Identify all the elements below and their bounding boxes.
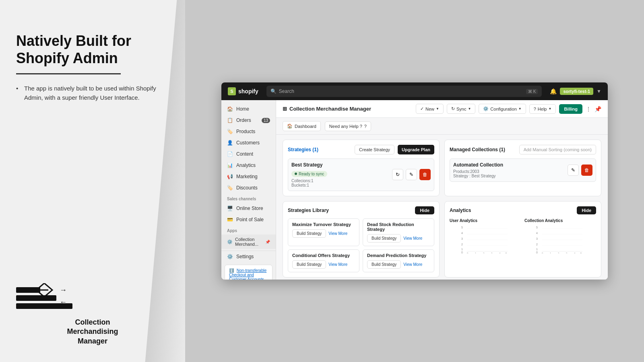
sidebar-home-label: Home — [236, 106, 249, 112]
view-more-button-3[interactable]: View More — [403, 262, 422, 267]
sidebar-item-home[interactable]: 🏠 Home — [221, 103, 276, 115]
build-strategy-button-1[interactable]: Build Strategy — [367, 234, 401, 243]
dashboard-button[interactable]: 🏠 Dashboard — [283, 121, 321, 131]
new-button[interactable]: ✓ New ▼ — [416, 104, 444, 114]
svg-text:1: 1 — [475, 252, 477, 253]
sidebar-analytics-label: Analytics — [236, 162, 256, 168]
svg-text:4: 4 — [536, 232, 538, 234]
sidebar-settings[interactable]: ⚙️ Settings — [221, 251, 276, 262]
header-more-icon[interactable]: ⋮ — [586, 106, 591, 112]
shopify-logo-text: shopify — [238, 88, 258, 95]
lib-strategy-actions-0: Build Strategy View More — [292, 229, 355, 238]
status-badge: Ready to sync — [291, 171, 327, 177]
strategy-sync-button[interactable]: ↻ — [392, 169, 403, 180]
lib-strategy-actions-2: Build Strategy View More — [292, 260, 355, 269]
library-hide-button[interactable]: Hide — [415, 206, 434, 214]
sales-channels-section: Sales channels — [221, 193, 276, 203]
collection-info: Automated Collection Products:2003 Strat… — [453, 162, 503, 178]
billing-button[interactable]: Billing — [559, 104, 582, 114]
analytics-hide-button[interactable]: Hide — [577, 206, 596, 214]
strategies-actions: Create Strategy Upgrade Plan — [355, 145, 434, 154]
collection-item: Automated Collection Products:2003 Strat… — [450, 158, 596, 182]
nav-more-icon[interactable]: ▼ — [597, 88, 601, 94]
config-icon: ⚙️ — [483, 106, 489, 111]
create-strategy-button[interactable]: Create Strategy — [355, 145, 394, 154]
sync-button[interactable]: ↻ Sync ▼ — [447, 104, 475, 114]
add-manual-sorting-button[interactable]: Add Manual Sorting (coming soon) — [519, 145, 596, 154]
svg-text:5: 5 — [536, 226, 538, 229]
svg-text:0: 0 — [467, 252, 469, 253]
build-strategy-button-3[interactable]: Build Strategy — [367, 260, 401, 269]
sync-icon: ↻ — [451, 106, 455, 111]
svg-text:0: 0 — [536, 251, 538, 253]
view-more-button-2[interactable]: View More — [328, 262, 347, 267]
strategy-action-btns: ↻ ✎ 🗑 — [392, 169, 431, 180]
discounts-icon: 🏷️ — [227, 185, 233, 191]
sidebar-item-collection-app[interactable]: ⚙️ Collection Merchand... 📌 — [221, 234, 276, 249]
settings-icon: ⚙️ — [227, 254, 233, 259]
strategies-title-link[interactable]: Strategies (1) — [288, 147, 318, 152]
lib-strategy-name-3: Demand Prediction Strategy — [367, 253, 430, 258]
shopify-window: S shopify 🔍 Search ⌘ K 🔔 sortyfi-test-1 … — [221, 82, 608, 280]
config-label: Configuration — [490, 107, 516, 111]
status-dot — [295, 173, 297, 175]
upgrade-plan-button[interactable]: Upgrade Plan — [398, 145, 434, 154]
svg-text:2: 2 — [483, 252, 485, 253]
library-item-2: Conditional Offers Strategy Build Strate… — [288, 249, 359, 272]
main-content: ⊞ Collection Merchandise Manager ✓ New ▼… — [276, 100, 608, 280]
shopify-nav: S shopify 🔍 Search ⌘ K 🔔 sortyfi-test-1 … — [221, 82, 608, 100]
sidebar-orders-label: Orders — [236, 117, 251, 123]
marketing-icon: 📢 — [227, 174, 233, 179]
strategies-header: Strategies (1) Create Strategy Upgrade P… — [288, 145, 434, 154]
user-badge: sortyfi-test-1 — [560, 88, 593, 95]
bell-icon[interactable]: 🔔 — [550, 88, 557, 95]
sidebar-item-discounts[interactable]: 🏷️ Discounts — [221, 182, 276, 193]
sidebar-discounts-label: Discounts — [236, 185, 258, 191]
collection-analytics-section: Collection Analytics 5 4 3 2 1 — [524, 218, 596, 253]
collection-delete-button[interactable]: 🗑 — [581, 165, 592, 176]
header-pin-icon: 📌 — [594, 106, 601, 112]
svg-text:5: 5 — [580, 252, 582, 253]
collection-edit-button[interactable]: ✎ — [568, 165, 579, 176]
nav-right: 🔔 sortyfi-test-1 ▼ — [550, 88, 601, 95]
collection-action-btns: ✎ 🗑 — [568, 165, 592, 176]
strategies-title: Strategies (1) — [288, 147, 318, 152]
search-bar[interactable]: 🔍 Search ⌘ K — [266, 86, 542, 97]
sidebar-item-customers[interactable]: 👤 Customers — [221, 137, 276, 148]
help-icon: ? — [534, 107, 536, 111]
notif-link[interactable]: Non-transferable Checkout and Customer A… — [229, 268, 266, 280]
view-more-button-1[interactable]: View More — [403, 236, 422, 241]
sidebar-item-content[interactable]: 📄 Content — [221, 148, 276, 160]
need-help-button[interactable]: Need any Help ? ? — [325, 121, 371, 131]
sidebar-item-analytics[interactable]: 📊 Analytics — [221, 160, 276, 171]
svg-text:0: 0 — [542, 252, 543, 253]
sidebar-item-online-store[interactable]: 🖥️ Online Store — [221, 203, 276, 214]
configuration-button[interactable]: ⚙️ Configuration ▼ — [479, 104, 526, 114]
help-button[interactable]: ? Help ▼ — [529, 104, 556, 114]
collections-panel: Managed Collections (1) Add Manual Sorti… — [444, 140, 601, 196]
sidebar-item-orders[interactable]: 📋 Orders 13 — [221, 115, 276, 126]
strategy-grid: Maximize Turnover Strategy Build Strateg… — [288, 218, 434, 272]
strategy-delete-button[interactable]: 🗑 — [419, 169, 431, 180]
library-item-0: Maximize Turnover Strategy Build Strateg… — [288, 218, 359, 246]
analytics-header: Analytics Hide — [450, 206, 596, 214]
sidebar-item-marketing[interactable]: 📢 Marketing — [221, 171, 276, 182]
view-more-button-0[interactable]: View More — [328, 231, 347, 236]
shopify-body: 🏠 Home 📋 Orders 13 🏷️ Products 👤 Custome… — [221, 100, 608, 280]
sync-caret: ▼ — [468, 107, 471, 111]
customers-icon: 👤 — [227, 140, 233, 146]
user-analytics-section: User Analytics 5 4 3 2 1 — [450, 218, 521, 253]
library-title: Strategies Library — [288, 208, 329, 213]
build-strategy-button-2[interactable]: Build Strategy — [292, 260, 326, 269]
svg-text:1: 1 — [461, 248, 463, 251]
orders-badge: 13 — [262, 118, 270, 123]
logo-icon: → ← — [16, 283, 72, 311]
left-panel: Natively Built for Shopify Admin The app… — [0, 0, 185, 362]
library-item-3: Demand Prediction Strategy Build Strateg… — [363, 249, 434, 272]
strategy-edit-button[interactable]: ✎ — [406, 169, 417, 180]
sidebar-item-pos[interactable]: 💳 Point of Sale — [221, 214, 276, 225]
products-icon: 🏷️ — [227, 129, 233, 134]
sidebar-item-products[interactable]: 🏷️ Products — [221, 126, 276, 137]
strategy-name: Best Strategy — [291, 162, 327, 168]
build-strategy-button-0[interactable]: Build Strategy — [292, 229, 326, 238]
